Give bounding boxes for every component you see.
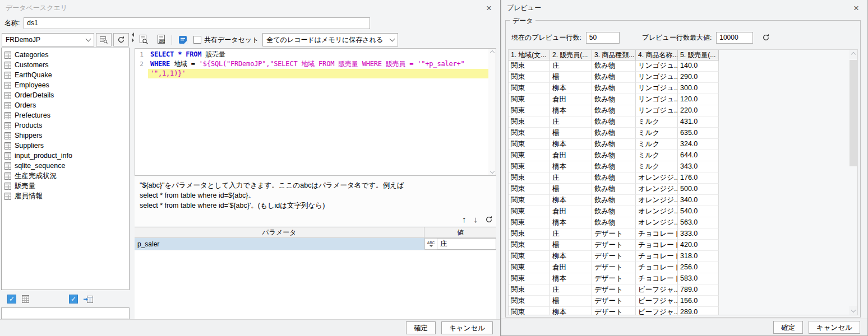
table-row[interactable]: 関東庄飲み物オレンジジ...176.0	[509, 172, 857, 184]
refresh-preview-button[interactable]	[762, 34, 770, 41]
connection-edit-button[interactable]	[96, 33, 112, 46]
table-cell: オレンジジ...	[636, 172, 678, 184]
share-dataset-label: 共有データセット	[204, 35, 258, 45]
table-cell: 飲み物	[592, 150, 636, 161]
table-row[interactable]: 関東庄デザートビーフジャ...789.0	[509, 284, 857, 296]
view-checkbox[interactable]: ✓	[69, 295, 78, 304]
parameter-row[interactable]: p_saler ABC	[135, 238, 496, 250]
line-number	[135, 69, 148, 78]
table-list-item[interactable]: 生産完成状況	[2, 171, 129, 181]
scroll-down-button[interactable]	[849, 306, 857, 315]
table-icon	[4, 52, 11, 59]
dataset-name-input[interactable]	[24, 17, 370, 29]
table-cell: 関東	[509, 128, 550, 139]
table-list-item[interactable]: OrderDetails	[2, 90, 129, 100]
table-row[interactable]: 関東柳本飲み物リンゴジュ...300.0	[509, 83, 857, 94]
sql-editor-scrollbar[interactable]	[488, 49, 496, 175]
move-up-button[interactable]: ↑	[462, 214, 467, 225]
current-rows-input[interactable]	[586, 32, 620, 44]
table-row[interactable]: 関東柳本飲み物オレンジジ...340.0	[509, 195, 857, 206]
table-row[interactable]: 関東庄飲み物リンゴジュ...140.0	[509, 60, 857, 72]
sql-line[interactable]: 1SELECT * FROM 販売量	[135, 50, 496, 59]
move-down-button[interactable]: ↓	[474, 214, 478, 225]
table-filter-input[interactable]	[1, 307, 130, 319]
table-row[interactable]: 関東倉田飲み物リンゴジュ...120.0	[509, 94, 857, 105]
table-list-item[interactable]: Employees	[2, 80, 129, 90]
sql-line[interactable]: '",1,1)}'	[135, 69, 496, 78]
column-header[interactable]: 1. 地域(文...	[509, 50, 550, 60]
table-row[interactable]: 関東柳本デザートチョコレート318.0	[509, 251, 857, 262]
table-list-item[interactable]: input_product_info	[2, 151, 129, 161]
table-row[interactable]: 関東橋本飲み物オレンジジ...563.0	[509, 217, 857, 228]
table-list-item[interactable]: Orders	[2, 100, 129, 110]
scroll-up-button[interactable]	[849, 50, 857, 59]
storage-mode-value: 全てのレコードはメモリに保存される	[266, 35, 383, 45]
close-icon[interactable]: ×	[851, 3, 862, 13]
table-cell: 324.0	[678, 139, 719, 150]
query-dialog-footer: 確定 キャンセル	[0, 319, 500, 336]
cancel-button[interactable]: キャンセル	[441, 321, 493, 334]
table-row[interactable]: 関東倉田デザートチョコレート256.0	[509, 262, 857, 273]
dataset-checkbox[interactable]: ✓	[7, 295, 16, 304]
connection-refresh-button[interactable]	[113, 33, 129, 46]
table-row[interactable]: 関東橋本飲み物リンゴジュ...220.0	[509, 105, 857, 116]
table-list-item[interactable]: Products	[2, 120, 129, 130]
ok-button[interactable]: 確定	[406, 321, 436, 334]
table-list-item[interactable]: Categories	[2, 50, 129, 60]
ok-button[interactable]: 確定	[773, 321, 803, 334]
table-list-item[interactable]: EarthQuake	[2, 70, 129, 80]
value-column-header: 値	[424, 227, 496, 237]
column-header[interactable]: 4. 商品名称...	[636, 50, 678, 60]
table-row[interactable]: 関東柳本飲み物ミルク324.0	[509, 139, 857, 150]
table-row[interactable]: 関東楊デザートチョコレート420.0	[509, 240, 857, 251]
sql-line[interactable]: 2WHERE 地域 = '${SQL("FRDemoJP","SELECT 地域…	[135, 59, 496, 69]
storage-mode-select[interactable]: 全てのレコードはメモリに保存される	[262, 33, 398, 46]
sql-file-button[interactable]: SQL	[154, 33, 168, 46]
parameter-name-cell[interactable]: p_saler	[135, 238, 424, 250]
table-list-item[interactable]: 雇員情報	[2, 191, 129, 201]
cancel-button[interactable]: キャンセル	[809, 321, 860, 334]
table-cell: 関東	[509, 150, 550, 161]
table-row[interactable]: 関東楊飲み物リンゴジュ...290.0	[509, 72, 857, 83]
table-cell: 関東	[509, 195, 550, 206]
table-row[interactable]: 関東倉田飲み物ミルク644.0	[509, 150, 857, 161]
share-dataset-checkbox[interactable]	[193, 36, 201, 44]
table-row[interactable]: 関東倉田飲み物オレンジジ...540.0	[509, 206, 857, 217]
format-sql-button[interactable]	[176, 33, 190, 46]
table-row[interactable]: 関東楊飲み物オレンジジ...500.0	[509, 184, 857, 195]
table-list-item[interactable]: Prefectures	[2, 110, 129, 120]
table-row[interactable]: 関東楊飲み物ミルク635.0	[509, 128, 857, 139]
max-rows-input[interactable]	[716, 32, 753, 44]
splitter[interactable]	[131, 31, 135, 319]
column-header[interactable]: 5. 販売量(...	[678, 50, 719, 60]
connection-select[interactable]: FRDemoJP	[2, 33, 94, 46]
column-header[interactable]: 3. 商品種類...	[592, 50, 636, 60]
table-cell: 176.0	[678, 172, 719, 184]
string-type-abc-icon: ABC	[427, 241, 435, 245]
refresh-icon	[117, 36, 125, 44]
column-header[interactable]: 2. 販売員(...	[550, 50, 592, 60]
parameter-type-button[interactable]: ABC	[424, 238, 437, 250]
table-name: Suppliers	[15, 142, 44, 150]
preview-query-button[interactable]	[137, 33, 150, 46]
table-row[interactable]: 関東柳本デザートビーフジャ...289.0	[509, 307, 857, 315]
sql-editor[interactable]: 1SELECT * FROM 販売量2WHERE 地域 = '${SQL("FR…	[135, 48, 496, 176]
table-row[interactable]: 関東楊デザートビーフジャ...156.0	[509, 296, 857, 307]
table-list-item[interactable]: sqlite_sequence	[2, 161, 129, 171]
table-row[interactable]: 関東橋本飲み物ミルク343.0	[509, 161, 857, 172]
close-icon[interactable]: ×	[483, 3, 495, 13]
refresh-parameters-button[interactable]	[485, 216, 493, 223]
table-list-item[interactable]: Customers	[2, 60, 129, 70]
scrollbar-thumb[interactable]	[849, 60, 857, 166]
table-cell: 柳本	[550, 251, 592, 262]
table-cell: 343.0	[678, 161, 719, 172]
table-row[interactable]: 関東橋本デザートチョコレート583.0	[509, 273, 857, 284]
scroll-up-icon	[490, 50, 494, 55]
preview-scrollbar[interactable]	[849, 50, 857, 315]
table-row[interactable]: 関東庄デザートチョコレート333.0	[509, 228, 857, 240]
table-row[interactable]: 関東庄飲み物ミルク431.0	[509, 116, 857, 128]
table-list-item[interactable]: Suppliers	[2, 141, 129, 151]
parameter-value-input[interactable]	[437, 239, 496, 249]
table-list-item[interactable]: 販売量	[2, 181, 129, 191]
table-list-item[interactable]: Shippers	[2, 130, 129, 141]
